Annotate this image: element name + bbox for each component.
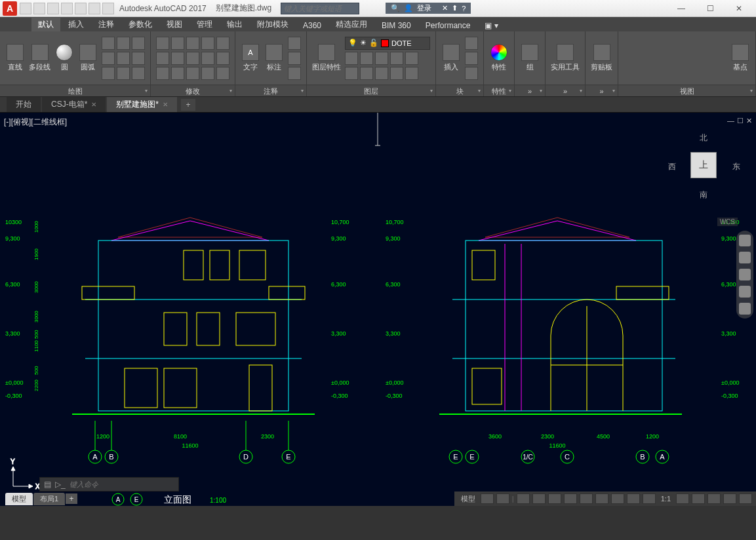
tool-text[interactable]: A文字 bbox=[241, 44, 260, 72]
tool-properties[interactable]: 特性 bbox=[489, 44, 509, 72]
vp-minimize-icon[interactable]: — bbox=[727, 117, 734, 125]
panel-title[interactable]: 绘图 bbox=[0, 85, 150, 96]
tool-dimension[interactable]: 标注 bbox=[264, 44, 284, 72]
tool-small[interactable] bbox=[102, 37, 115, 50]
status-hardware-icon[interactable] bbox=[707, 493, 721, 504]
qat-new-icon[interactable] bbox=[20, 3, 31, 14]
status-3dosnap-icon[interactable] bbox=[564, 493, 577, 504]
filetab-villa[interactable]: 别墅建施图*✕ bbox=[107, 97, 177, 112]
status-snap-icon[interactable] bbox=[496, 493, 509, 504]
close-icon[interactable]: ✕ bbox=[163, 101, 168, 108]
help-icon[interactable]: ? bbox=[462, 5, 466, 12]
filetab-start[interactable]: 开始 bbox=[7, 97, 41, 112]
search-input[interactable] bbox=[281, 3, 359, 14]
app-logo[interactable]: A bbox=[3, 1, 17, 16]
status-cycling-icon[interactable] bbox=[627, 493, 640, 504]
new-tab-button[interactable]: + bbox=[181, 99, 195, 111]
maximize-button[interactable]: ☐ bbox=[696, 0, 725, 17]
svg-text:3,300: 3,300 bbox=[5, 330, 20, 337]
viewport-label[interactable]: [-][俯视][二维线框] bbox=[4, 117, 67, 128]
svg-text:±0,000: ±0,000 bbox=[386, 379, 403, 386]
tab-featured[interactable]: 精选应用 bbox=[329, 18, 374, 31]
tool-circle[interactable]: 圆 bbox=[54, 44, 74, 72]
command-line[interactable]: ▤ ▷_ bbox=[39, 477, 179, 492]
cmd-history-icon[interactable]: ▤ bbox=[44, 480, 51, 489]
layer-combo[interactable]: 💡 ☀ 🔓 DOTE bbox=[345, 37, 430, 50]
tool-line[interactable]: 直线 bbox=[5, 44, 25, 72]
tab-manage[interactable]: 管理 bbox=[190, 18, 219, 31]
viewcube-top[interactable]: 上 bbox=[690, 152, 717, 178]
status-model[interactable]: 模型 bbox=[458, 494, 478, 504]
nav-pan-icon[interactable] bbox=[739, 252, 751, 263]
nav-orbit-icon[interactable] bbox=[739, 286, 751, 298]
tab-performance[interactable]: Performance bbox=[419, 20, 477, 31]
svg-text:1000: 1000 bbox=[33, 221, 39, 233]
layout-tab-model[interactable]: 模型 bbox=[5, 493, 33, 505]
panel-modify: 修改 bbox=[151, 31, 235, 96]
close-icon[interactable]: ✕ bbox=[91, 101, 96, 108]
status-annomonitor-icon[interactable] bbox=[643, 493, 656, 504]
tab-bim360[interactable]: BIM 360 bbox=[375, 20, 418, 31]
qat-open-icon[interactable] bbox=[33, 3, 45, 14]
user-area[interactable]: 🔍 👤 登录 ✕ ⬆ ? bbox=[386, 3, 471, 14]
qat-save-icon[interactable] bbox=[47, 3, 59, 14]
status-customize-icon[interactable] bbox=[739, 493, 752, 504]
qat-redo-icon[interactable] bbox=[102, 3, 114, 14]
tool-polyline[interactable]: 多段线 bbox=[29, 44, 50, 72]
view-cube[interactable]: 北 西 东 南 上 bbox=[664, 126, 743, 204]
filetab-csj[interactable]: CSJ-电箱*✕ bbox=[42, 97, 106, 112]
status-osnap-icon[interactable] bbox=[548, 493, 561, 504]
tab-view[interactable]: 视图 bbox=[160, 18, 189, 31]
a360-icon[interactable]: ⬆ bbox=[452, 4, 458, 12]
status-ortho-icon[interactable] bbox=[517, 493, 530, 504]
status-scale[interactable]: 1:1 bbox=[658, 495, 673, 503]
vp-maximize-icon[interactable]: ☐ bbox=[737, 117, 744, 125]
nav-wheel-icon[interactable] bbox=[739, 235, 751, 246]
status-otrack-icon[interactable] bbox=[580, 493, 593, 504]
status-isolate-icon[interactable] bbox=[692, 493, 705, 504]
tab-insert[interactable]: 插入 bbox=[62, 18, 90, 31]
status-grid-icon[interactable] bbox=[481, 493, 494, 504]
tool-insert[interactable]: 插入 bbox=[441, 44, 461, 72]
command-input[interactable] bbox=[70, 479, 174, 490]
tab-parametric[interactable]: 参数化 bbox=[122, 18, 159, 31]
tab-addins[interactable]: 附加模块 bbox=[250, 18, 295, 31]
tool-group[interactable]: 组 bbox=[520, 44, 540, 72]
qat-plot-icon[interactable] bbox=[75, 3, 87, 14]
nav-zoom-icon[interactable] bbox=[739, 269, 751, 280]
add-layout-button[interactable]: + bbox=[66, 493, 77, 504]
tool-layer-props[interactable]: 图层特性 bbox=[312, 44, 341, 72]
drawing-canvas[interactable]: A B D E 1200 8100 2300 11600 A E 立面图 1:1… bbox=[0, 113, 756, 506]
tab-a360[interactable]: A360 bbox=[296, 20, 328, 31]
nav-showmotion-icon[interactable] bbox=[739, 303, 751, 315]
status-cleanscreen-icon[interactable] bbox=[723, 493, 736, 504]
vp-close-icon[interactable]: ✕ bbox=[746, 117, 752, 125]
wcs-label[interactable]: WCS bbox=[717, 218, 738, 226]
svg-text:B: B bbox=[640, 453, 645, 461]
svg-text:E: E bbox=[453, 453, 458, 461]
qat-saveas-icon[interactable] bbox=[61, 3, 73, 14]
svg-text:1/C: 1/C bbox=[523, 453, 533, 461]
svg-text:3600: 3600 bbox=[488, 433, 502, 440]
status-transparency-icon[interactable] bbox=[611, 493, 624, 504]
tool-utilities[interactable]: 实用工具 bbox=[551, 44, 580, 72]
layout-tab-layout1[interactable]: 布局1 bbox=[33, 493, 65, 505]
app-title: Autodesk AutoCAD 2017 bbox=[119, 4, 207, 13]
svg-text:500: 500 bbox=[33, 366, 39, 375]
exchange-icon[interactable]: ✕ bbox=[442, 4, 448, 12]
tool-arc[interactable]: 圆弧 bbox=[78, 44, 98, 72]
status-gear-icon[interactable] bbox=[676, 493, 689, 504]
svg-text:E: E bbox=[134, 496, 139, 503]
tab-annotate[interactable]: 注释 bbox=[92, 18, 121, 31]
tool-basepoint[interactable]: 基点 bbox=[730, 44, 750, 72]
status-lweight-icon[interactable] bbox=[595, 493, 608, 504]
minimize-button[interactable]: — bbox=[667, 0, 696, 17]
svg-rect-10 bbox=[82, 286, 134, 299]
tab-default[interactable]: 默认 bbox=[31, 18, 60, 31]
close-button[interactable]: ✕ bbox=[725, 0, 753, 17]
qat-undo-icon[interactable] bbox=[89, 3, 100, 14]
tool-clipboard[interactable]: 剪贴板 bbox=[591, 44, 612, 72]
tab-overflow-icon[interactable]: ▣ ▾ bbox=[478, 20, 504, 31]
tab-output[interactable]: 输出 bbox=[220, 18, 249, 31]
status-polar-icon[interactable] bbox=[532, 493, 546, 504]
